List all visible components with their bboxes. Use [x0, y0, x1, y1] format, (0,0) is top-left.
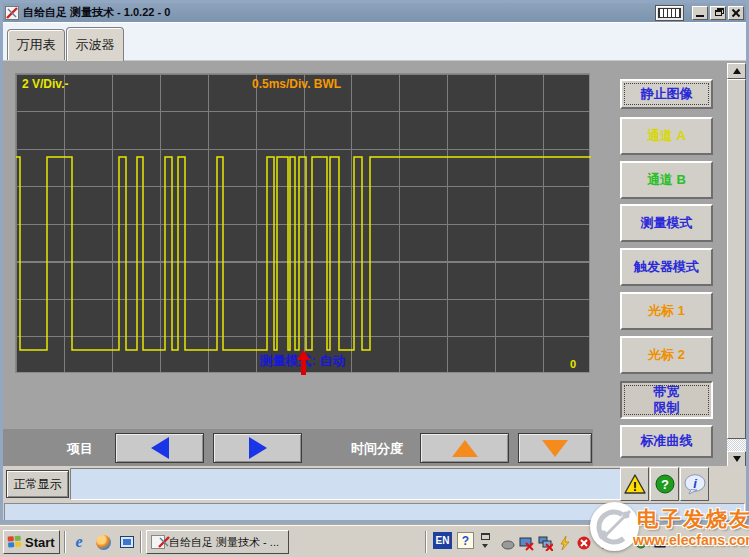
trigger-mode-button[interactable]: 触发器模式: [620, 248, 713, 286]
tray-lan-disconnected-icon[interactable]: [538, 536, 553, 551]
svg-text:i: i: [693, 476, 697, 491]
tray-app1-icon[interactable]: [633, 536, 648, 551]
windows-logo-icon: [8, 535, 23, 549]
cursor-2-button[interactable]: 光标 2: [620, 336, 713, 374]
display-mode-button[interactable]: 正常显示: [6, 470, 69, 498]
tray-power-icon[interactable]: [557, 536, 572, 551]
time-division-up-button[interactable]: [420, 433, 509, 463]
quick-launch-show-desktop-icon[interactable]: [118, 533, 136, 551]
volts-per-div-label: 2 V/Div.-: [22, 77, 68, 91]
arrow-up-icon: [452, 440, 478, 457]
svg-text:!: !: [632, 479, 636, 494]
taskbar-divider: [64, 531, 66, 553]
arrow-right-icon: [249, 437, 267, 459]
keyboard-icon: [658, 8, 681, 18]
scrollbar-up-button[interactable]: [727, 63, 746, 79]
quick-launch-media-player-icon[interactable]: [94, 533, 112, 551]
warning-icon: !: [624, 474, 646, 494]
info-button[interactable]: i: [680, 467, 709, 501]
titlebar[interactable]: 自给自足 测量技术 - 1.0.22 - 0: [3, 3, 746, 22]
help-button[interactable]: ?: [650, 467, 679, 501]
tray-volume-icon[interactable]: [500, 536, 515, 551]
taskbar-divider: [425, 531, 427, 553]
help-icon: ?: [654, 474, 676, 494]
taskbar: Start e 自给自足 测量技术 - ... EN ?: [0, 525, 749, 557]
arrow-left-icon: [151, 437, 169, 459]
app-icon: [151, 535, 165, 549]
tray-help-button[interactable]: ?: [457, 532, 474, 549]
main-panel: 2 V/Div.- 0.5ms/Div. BWL 测量模式: 自动 0 静止图像…: [3, 60, 746, 466]
toolbar-options-icon[interactable]: [480, 532, 493, 550]
item-next-button[interactable]: [213, 433, 302, 463]
measure-mode-button[interactable]: 测量模式: [620, 204, 713, 242]
minimize-button[interactable]: [692, 6, 708, 20]
scrollbar-down-button[interactable]: [727, 451, 746, 467]
on-screen-keyboard-button[interactable]: [655, 5, 684, 21]
tray-security-alert-icon[interactable]: [576, 536, 591, 551]
system-tray: [500, 534, 730, 552]
app-icon: [5, 6, 19, 20]
application-window: 自给自足 测量技术 - 1.0.22 - 0 万用表 示波器 2 V/Div.-…: [0, 0, 749, 557]
channel-b-button[interactable]: 通道 B: [620, 161, 713, 199]
standard-curve-button[interactable]: 标准曲线: [620, 425, 713, 458]
trigger-marker-icon: [296, 350, 311, 376]
tray-network-disconnected-icon[interactable]: [519, 536, 534, 551]
info-icon: i: [684, 474, 706, 495]
warning-button[interactable]: !: [620, 467, 649, 501]
close-button[interactable]: [728, 6, 744, 20]
window-title: 自给自足 测量技术 - 1.0.22 - 0: [23, 5, 655, 20]
waveform-trace: [16, 74, 591, 374]
zero-level-label: 0: [570, 358, 576, 370]
tab-strip: 万用表 示波器: [3, 22, 746, 60]
time-division-down-button[interactable]: [518, 433, 592, 463]
quick-launch-ie-icon[interactable]: e: [70, 533, 88, 551]
oscilloscope-display: 2 V/Div.- 0.5ms/Div. BWL 测量模式: 自动 0: [15, 73, 590, 373]
tab-oscilloscope[interactable]: 示波器: [66, 27, 124, 61]
channel-a-button[interactable]: 通道 A: [620, 117, 713, 155]
tab-multimeter[interactable]: 万用表: [7, 29, 65, 60]
status-message-field: [70, 468, 621, 500]
message-bar: [4, 503, 745, 522]
app-task-button[interactable]: 自给自足 测量技术 - ...: [146, 530, 289, 554]
tray-wireless-icon[interactable]: [595, 536, 610, 551]
minimize-icon: [696, 15, 704, 17]
taskbar-divider: [140, 531, 142, 553]
item-label: 项目: [67, 440, 93, 458]
item-previous-button[interactable]: [115, 433, 204, 463]
tray-app2-icon[interactable]: [652, 536, 667, 551]
status-bar: 正常显示 ! ? i: [3, 466, 746, 503]
tray-vpn-icon[interactable]: [614, 536, 629, 551]
bandwidth-limit-button[interactable]: 带宽 限制: [620, 381, 713, 419]
bottom-controls: 项目 时间分度: [3, 429, 593, 467]
freeze-image-button[interactable]: 静止图像: [620, 79, 713, 109]
svg-text:?: ?: [661, 477, 669, 492]
language-indicator[interactable]: EN: [433, 532, 452, 549]
time-division-label: 时间分度: [351, 440, 403, 458]
time-per-div-label: 0.5ms/Div. BWL: [252, 77, 341, 91]
scrollbar-thumb[interactable]: [727, 79, 746, 439]
right-scrollbar[interactable]: [727, 63, 746, 467]
restore-button[interactable]: [710, 6, 726, 20]
start-button[interactable]: Start: [3, 530, 60, 554]
scroll-up-icon: [733, 68, 741, 74]
scroll-down-icon: [733, 456, 741, 462]
cursor-1-button[interactable]: 光标 1: [620, 292, 713, 330]
arrow-down-icon: [542, 440, 568, 457]
